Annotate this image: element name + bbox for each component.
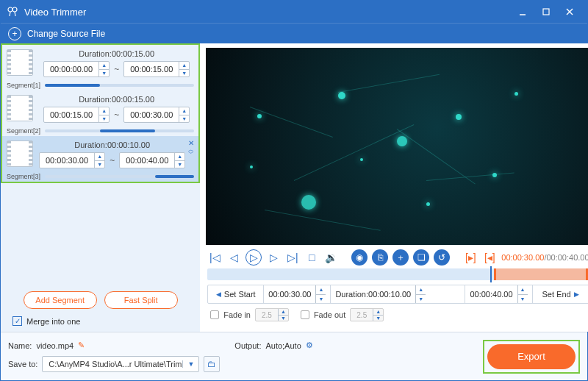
fade-in-checkbox[interactable] [210, 310, 219, 319]
stepper-down-icon[interactable]: ▼ [179, 70, 189, 77]
segment-collapse-icon[interactable]: ︿﹀ [188, 149, 194, 156]
segment-label: Segment[2] [7, 127, 45, 135]
trim-end-value[interactable]: 00:00:40.00▲▼ [465, 285, 532, 303]
stepper-down-icon[interactable]: ▼ [373, 316, 383, 321]
stepper-up-icon[interactable]: ▲ [518, 285, 528, 295]
range-separator: ~ [114, 64, 119, 74]
svg-point-1 [12, 7, 17, 12]
footer-bar: Name: video.mp4 ✎ Save to: C:\AnyMP4 Stu… [1, 332, 587, 380]
fast-split-button[interactable]: Fast Split [104, 291, 178, 309]
segment-duration-label: Duration:00:00:10.00 [39, 140, 185, 149]
segment-start-input[interactable]: 00:00:00.00▲▼ [43, 61, 110, 77]
fade-out-label: Fade out [314, 310, 345, 319]
maximize-button[interactable] [534, 1, 558, 23]
change-source-label: Change Source File [27, 29, 105, 39]
volume-icon[interactable]: 🔉 [323, 250, 338, 265]
segment-item[interactable]: Duration:00:00:15.00 00:00:00.00▲▼ ~ 00:… [2, 45, 198, 90]
open-folder-icon[interactable]: 🗀 [204, 356, 220, 372]
goto-end-icon[interactable]: ▷| [285, 250, 300, 265]
name-label: Name: [8, 341, 32, 350]
change-source-bar[interactable]: + Change Source File [1, 23, 587, 43]
plus-circle-icon: + [8, 27, 21, 40]
stepper-down-icon[interactable]: ▼ [175, 161, 184, 168]
trim-duration-value[interactable]: Duration:00:00:10.00▲▼ [331, 285, 465, 303]
set-end-button[interactable]: Set End▶ [533, 285, 588, 303]
range-separator: ~ [110, 155, 115, 165]
add-segment-button[interactable]: Add Segment [24, 291, 97, 309]
output-settings-icon[interactable]: ⚙ [306, 341, 313, 350]
film-icon [7, 95, 33, 121]
fade-in-label: Fade in [223, 310, 251, 319]
mark-out-icon[interactable]: [◂] [482, 250, 497, 265]
segment-duration-label: Duration:00:00:15.00 [39, 95, 194, 104]
svg-rect-3 [543, 9, 549, 15]
step-back-icon[interactable]: ◁ [226, 250, 241, 265]
segment-start-input[interactable]: 00:00:30.00▲▼ [39, 152, 105, 168]
export-button[interactable]: Export [487, 344, 576, 369]
segment-end-input[interactable]: 00:00:30.00▲▼ [123, 107, 190, 123]
range-separator: ~ [114, 110, 119, 120]
output-value: Auto;Auto [265, 341, 301, 350]
stepper-down-icon[interactable]: ▼ [179, 115, 189, 123]
stepper-up-icon[interactable]: ▲ [95, 153, 104, 161]
timeline-range-bar[interactable] [207, 268, 588, 280]
stop-icon[interactable]: □ [304, 250, 319, 265]
undo-icon[interactable]: ↺ [434, 249, 450, 266]
preview-panel: |◁ ◁ ▷ ▷ ▷| □ 🔉 ◉ ⎘ ＋ ❏ ↺ [▸] [◂] 00:00:… [200, 43, 588, 332]
stepper-up-icon[interactable]: ▲ [179, 62, 189, 70]
minimize-button[interactable] [511, 1, 534, 23]
film-icon [7, 49, 33, 76]
segment-label: Segment[3] [7, 173, 45, 180]
segment-item[interactable]: Duration:00:00:15.00 00:00:15.00▲▼ ~ 00:… [2, 90, 198, 136]
segment-range-slider[interactable] [45, 175, 194, 178]
stepper-up-icon[interactable]: ▲ [175, 153, 184, 161]
segment-item[interactable]: Duration:00:00:10.00 00:00:30.00▲▼ ~ 00:… [2, 136, 198, 182]
saveto-label: Save to: [8, 360, 37, 368]
stepper-down-icon[interactable]: ▼ [99, 115, 109, 123]
merge-checkbox[interactable]: ✓ [12, 316, 22, 326]
stepper-down-icon[interactable]: ▼ [316, 295, 326, 304]
segment-start-input[interactable]: 00:00:15.00▲▼ [43, 107, 110, 123]
goto-start-icon[interactable]: |◁ [207, 250, 222, 265]
stepper-up-icon[interactable]: ▲ [99, 107, 109, 115]
segment-range-slider[interactable] [45, 129, 194, 132]
set-start-button[interactable]: ◀Set Start [208, 285, 264, 303]
segment-range-slider[interactable] [45, 84, 194, 87]
stepper-up-icon[interactable]: ▲ [416, 285, 426, 295]
close-button[interactable] [558, 1, 581, 23]
stepper-up-icon[interactable]: ▲ [373, 309, 383, 316]
stepper-down-icon[interactable]: ▼ [95, 161, 104, 168]
stepper-up-icon[interactable]: ▲ [179, 107, 189, 115]
title-bar: Video Trimmer [1, 1, 587, 23]
split-icon[interactable]: ⎘ [372, 249, 388, 266]
segment-end-input[interactable]: 00:00:15.00▲▼ [123, 61, 190, 77]
output-label: Output: [234, 341, 261, 350]
trim-values-row: ◀Set Start 00:00:30.00▲▼ Duration:00:00:… [207, 285, 588, 304]
mark-in-icon[interactable]: [▸] [463, 250, 478, 265]
play-icon[interactable]: ▷ [245, 249, 262, 266]
name-value: video.mp4 [36, 341, 74, 350]
stepper-down-icon[interactable]: ▼ [279, 316, 288, 321]
stepper-up-icon[interactable]: ▲ [316, 285, 326, 295]
fade-out-value[interactable]: 2.5▲▼ [350, 308, 384, 321]
stepper-down-icon[interactable]: ▼ [518, 295, 528, 304]
video-preview[interactable] [206, 48, 588, 245]
step-forward-icon[interactable]: ▷ [266, 250, 281, 265]
fade-in-value[interactable]: 2.5▲▼ [255, 308, 289, 321]
stepper-up-icon[interactable]: ▲ [279, 309, 288, 316]
stepper-down-icon[interactable]: ▼ [416, 295, 426, 304]
segment-end-input[interactable]: 00:00:40.00▲▼ [119, 152, 185, 168]
trim-start-value[interactable]: 00:00:30.00▲▼ [264, 285, 331, 303]
fade-out-checkbox[interactable] [301, 310, 309, 319]
timecode-display: 00:00:30.00/00:00:40.00 [501, 253, 588, 262]
svg-point-0 [8, 7, 12, 12]
edit-name-icon[interactable]: ✎ [78, 341, 85, 350]
snapshot-icon[interactable]: ◉ [351, 249, 368, 266]
add-icon[interactable]: ＋ [392, 249, 409, 266]
saveto-path-dropdown[interactable]: C:\AnyMP4 Studio\A...r Ultimate\Trimmer … [42, 356, 199, 372]
stepper-up-icon[interactable]: ▲ [99, 62, 109, 70]
chevron-down-icon[interactable]: ▼ [182, 360, 198, 368]
stepper-down-icon[interactable]: ▼ [99, 70, 109, 77]
copy-icon[interactable]: ❏ [413, 249, 429, 266]
segments-list: Duration:00:00:15.00 00:00:00.00▲▼ ~ 00:… [1, 43, 200, 183]
